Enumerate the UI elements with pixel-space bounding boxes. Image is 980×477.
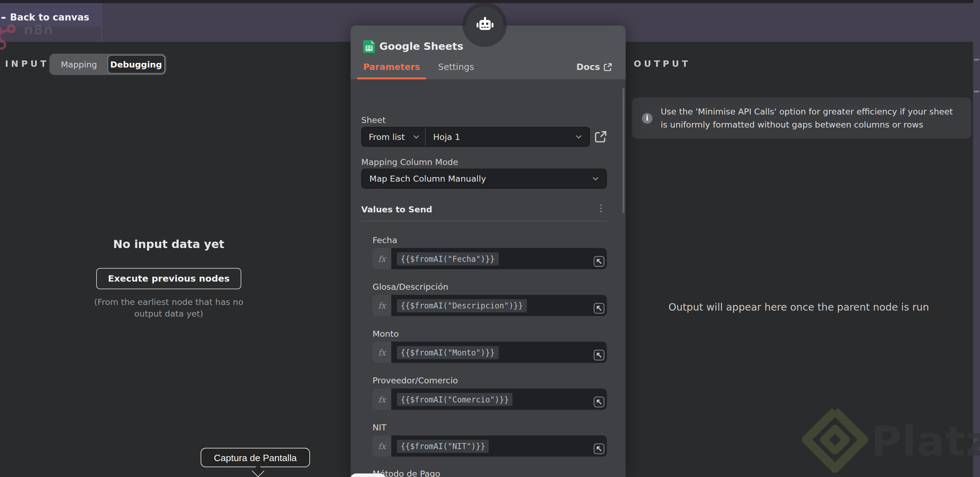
callout-text: Use the 'Minimise API Calls' option for … <box>661 105 960 131</box>
field-label: Monto <box>372 329 399 339</box>
sheet-label: Sheet <box>361 115 386 125</box>
platzi-watermark: Platzi <box>801 406 980 477</box>
tab-parameters[interactable]: Parameters <box>357 54 426 79</box>
fx-badge: fx <box>372 342 391 363</box>
back-arrow-icon <box>2 17 6 18</box>
capture-tooltip-tail <box>252 464 264 477</box>
n8n-logo-text: n8n <box>24 22 53 38</box>
expression-input[interactable]: fx {{$fromAI("Comercio")}} <box>372 389 607 410</box>
scroll-tick <box>974 59 979 60</box>
parameters-body: Sheet From list Hoja 1 <box>351 79 626 477</box>
expression-input[interactable]: fx {{$fromAI("Fecha")}} <box>372 248 607 269</box>
sheet-mode-select[interactable]: From list <box>362 128 426 146</box>
mapping-mode-value: Map Each Column Manually <box>369 173 486 183</box>
expression-editor[interactable]: {{$fromAI("Comercio")}} <box>391 389 607 410</box>
node-tabs: Parameters Settings Docs <box>351 54 626 79</box>
expression-value: {{$fromAI("NIT")}} <box>397 439 489 453</box>
docs-link[interactable]: Docs <box>576 54 612 79</box>
input-empty-state: No input data yet Execute previous nodes… <box>38 238 300 320</box>
expand-expression-icon[interactable] <box>593 397 604 407</box>
platzi-watermark-text: Platzi <box>871 417 980 465</box>
capture-tooltip: Captura de Pantalla <box>200 448 310 467</box>
input-empty-caption: (From the earliest node that has no outp… <box>84 296 253 320</box>
header-divider <box>101 3 102 42</box>
input-panel-title: INPUT <box>5 59 49 68</box>
fx-badge: fx <box>372 295 391 316</box>
open-sheet-external-icon[interactable] <box>594 130 607 143</box>
expression-value: {{$fromAI("Monto")}} <box>397 346 498 359</box>
field-label: Proveedor/Comercio <box>372 375 458 385</box>
expand-expression-icon[interactable] <box>593 303 604 314</box>
kebab-menu-icon[interactable]: ⋮ <box>597 203 606 214</box>
chevron-down-icon <box>576 135 582 139</box>
expression-input[interactable]: fx {{$fromAI("NIT")}} <box>372 435 607 456</box>
back-to-canvas-button[interactable]: Back to canvas <box>10 12 89 23</box>
google-sheets-icon <box>363 40 375 53</box>
panel-scrollbar[interactable] <box>622 88 624 213</box>
node-title: Google Sheets <box>379 41 463 53</box>
n8n-logo-icon <box>0 24 22 51</box>
capture-tooltip-label: Captura de Pantalla <box>214 452 297 463</box>
sheet-row: From list Hoja 1 <box>361 127 607 147</box>
expression-editor[interactable]: {{$fromAI("NIT")}} <box>391 435 607 456</box>
expression-editor[interactable]: {{$fromAI("Fecha")}} <box>391 248 607 269</box>
tab-debugging[interactable]: Debugging <box>107 55 165 74</box>
node-settings-panel: Google Sheets Parameters Settings Docs <box>351 25 626 477</box>
section-divider <box>361 220 607 221</box>
fx-badge: fx <box>372 435 391 456</box>
sheet-mode-value: From list <box>369 132 405 142</box>
expression-editor[interactable]: {{$fromAI("Monto")}} <box>391 342 607 363</box>
robot-icon <box>475 16 494 33</box>
scroll-tick <box>974 90 979 92</box>
canvas-right-strip <box>973 0 980 477</box>
expression-editor[interactable]: {{$fromAI("Descripcion")}} <box>391 295 607 316</box>
chevron-down-icon <box>592 177 599 181</box>
sheet-value: Hoja 1 <box>433 132 460 142</box>
minimise-api-calls-callout: i Use the 'Minimise API Calls' option fo… <box>632 98 971 139</box>
ndv-overlay: Back to canvas n8n INPUT Mapping Debuggi… <box>0 0 980 477</box>
tab-parameters-label: Parameters <box>363 62 420 72</box>
sheet-combo: From list Hoja 1 <box>361 127 590 147</box>
execute-previous-nodes-button[interactable]: Execute previous nodes <box>96 268 242 289</box>
docs-link-label: Docs <box>576 62 600 72</box>
values-to-send-header: Values to Send ⋮ <box>361 203 607 216</box>
expand-expression-icon[interactable] <box>593 350 604 360</box>
info-icon: i <box>642 113 652 123</box>
external-link-icon <box>604 63 612 71</box>
bottom-toast-peek <box>350 474 387 477</box>
expression-value: {{$fromAI("Fecha")}} <box>397 252 498 265</box>
output-empty-text: Output will appear here once the parent … <box>668 300 930 314</box>
mapping-mode-select[interactable]: Map Each Column Manually <box>361 168 607 189</box>
chevron-down-icon <box>413 135 420 139</box>
ai-robot-button[interactable] <box>466 6 503 43</box>
expression-value: {{$fromAI("Descripcion")}} <box>397 299 527 312</box>
field-label: Glosa/Descripción <box>372 282 449 292</box>
output-panel-title: OUTPUT <box>634 59 691 68</box>
mapping-mode-label: Mapping Column Mode <box>361 157 458 167</box>
expression-input[interactable]: fx {{$fromAI("Monto")}} <box>372 342 607 363</box>
window-top-edge <box>0 0 980 3</box>
fx-badge: fx <box>372 389 391 410</box>
tab-settings[interactable]: Settings <box>432 54 480 79</box>
platzi-logo-icon <box>801 406 869 477</box>
sheet-value-select[interactable]: Hoja 1 <box>426 128 589 146</box>
field-label: Fecha <box>372 235 398 245</box>
expression-input[interactable]: fx {{$fromAI("Descripcion")}} <box>372 295 607 316</box>
input-tab-switcher: Mapping Debugging <box>49 54 167 75</box>
input-empty-title: No input data yet <box>38 238 300 250</box>
fx-badge: fx <box>372 248 391 269</box>
tab-settings-label: Settings <box>438 62 474 72</box>
expand-expression-icon[interactable] <box>593 256 604 267</box>
expand-expression-icon[interactable] <box>593 444 604 454</box>
field-label: NIT <box>372 422 387 432</box>
tab-mapping[interactable]: Mapping <box>51 55 107 74</box>
values-to-send-label: Values to Send <box>361 204 433 214</box>
expression-value: {{$fromAI("Comercio")}} <box>397 393 512 406</box>
